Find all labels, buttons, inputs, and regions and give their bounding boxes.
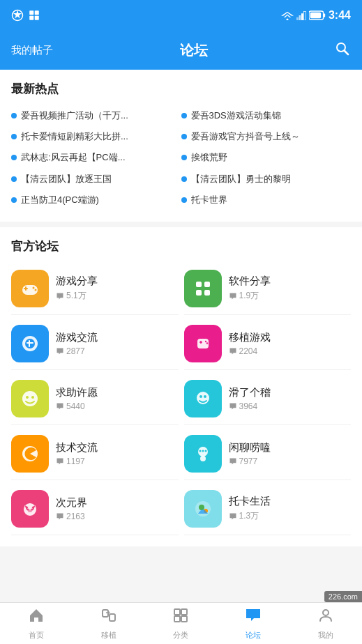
forum-name-2: 游戏交流 (56, 331, 98, 344)
svg-rect-10 (301, 13, 303, 20)
forum-icon-4 (11, 380, 49, 417)
forum-count-8: 2163 (56, 512, 87, 521)
tab-transfer[interactable]: 移植 (73, 603, 145, 644)
svg-rect-29 (27, 342, 33, 344)
forum-item-7[interactable]: 闲聊唠嗑 7977 (184, 428, 352, 480)
forum-icon-5 (184, 380, 222, 417)
svg-rect-4 (35, 16, 39, 20)
svg-point-33 (204, 341, 206, 342)
forum-item-2[interactable]: 游戏交流 2877 (11, 318, 179, 370)
forum-icon-9 (184, 490, 222, 528)
svg-rect-62 (174, 616, 180, 622)
hot-dot (11, 113, 17, 118)
search-icon[interactable] (334, 40, 351, 60)
tab-user[interactable]: 我的 (289, 603, 362, 644)
tab-category[interactable]: 分类 (145, 603, 218, 644)
forum-item-1[interactable]: 软件分享 1.9万 (184, 263, 352, 315)
svg-rect-2 (35, 10, 39, 15)
list-item[interactable]: 正当防卫4(PC端游) (11, 190, 181, 210)
svg-rect-58 (103, 610, 108, 617)
svg-point-21 (35, 289, 37, 291)
hot-item-text: 托卡爱情短剧精彩大比拼... (21, 130, 128, 143)
list-item[interactable]: 【清云团队】放逐王国 (11, 169, 181, 190)
svg-point-45 (204, 450, 206, 452)
svg-point-56 (199, 505, 204, 510)
signal-icon (296, 10, 306, 20)
svg-point-43 (199, 450, 201, 452)
hot-grid: 爱吾视频推广活动（千万... 爱吾3DS游戏活动集锦 托卡爱情短剧精彩大比拼..… (11, 105, 351, 210)
watermark: 226.com (324, 591, 362, 602)
svg-point-46 (200, 456, 206, 461)
tab-forum[interactable]: 论坛 (217, 603, 289, 644)
list-item[interactable]: 【清云团队】勇士的黎明 (181, 169, 352, 190)
hot-item-text: 【清云团队】勇士的黎明 (191, 173, 291, 185)
forum-item-6[interactable]: 技术交流 1197 (11, 428, 179, 480)
forum-item-0[interactable]: 游戏分享 5.1万 (11, 263, 179, 315)
forum-icon (245, 607, 262, 628)
svg-rect-3 (29, 16, 33, 20)
svg-rect-23 (204, 282, 210, 287)
tab-forum-label: 论坛 (246, 630, 261, 641)
forum-count-5: 3964 (229, 401, 271, 411)
home-icon (28, 607, 45, 628)
list-item[interactable]: 爱吾3DS游戏活动集锦 (181, 105, 352, 126)
status-right-icons: 3:44 (281, 9, 351, 22)
svg-marker-6 (284, 15, 292, 18)
forum-count-4: 5440 (56, 401, 98, 411)
tab-user-label: 我的 (318, 630, 333, 641)
transfer-icon (100, 607, 117, 628)
forum-name-3: 移植游戏 (229, 331, 271, 344)
svg-rect-19 (25, 286, 27, 291)
svg-point-36 (26, 396, 29, 399)
forum-item-4[interactable]: 求助许愿 5440 (11, 373, 179, 425)
hot-item-text: 挨饿荒野 (191, 151, 227, 164)
forum-icon-7 (184, 435, 222, 473)
forum-name-4: 求助许愿 (56, 386, 98, 399)
hot-section-title: 最新热点 (11, 81, 351, 97)
tab-bar: 首页 移植 分类 论坛 (0, 602, 362, 644)
list-item[interactable]: 爱吾游戏官方抖音号上线～ (181, 126, 352, 147)
user-icon (317, 607, 334, 628)
tab-home[interactable]: 首页 (0, 603, 73, 644)
forum-count-7: 7977 (229, 457, 271, 466)
nav-left-label[interactable]: 我的帖子 (11, 44, 53, 57)
forum-name-6: 技术交流 (56, 441, 98, 454)
svg-point-37 (31, 396, 34, 399)
svg-point-40 (204, 395, 206, 398)
app-icon-2 (28, 9, 40, 22)
forum-icon-6 (11, 435, 49, 473)
list-item[interactable]: 爱吾视频推广活动（千万... (11, 105, 181, 126)
hot-dot (11, 134, 17, 139)
forum-item-9[interactable]: 托卡生活 1.3万 (184, 483, 352, 535)
svg-point-44 (202, 450, 204, 452)
svg-rect-9 (299, 15, 301, 20)
nav-bar: 我的帖子 论坛 (0, 31, 362, 70)
list-item[interactable]: 挨饿荒野 (181, 147, 352, 168)
forum-item-8[interactable]: 次元界 2163 (11, 483, 179, 535)
forum-info-0: 游戏分享 5.1万 (56, 275, 98, 302)
forum-item-5[interactable]: 滑了个稽 3964 (184, 373, 352, 425)
svg-point-7 (286, 19, 288, 21)
forum-icon-0 (11, 270, 49, 307)
forum-name-5: 滑了个稽 (229, 386, 271, 399)
list-item[interactable]: 托卡爱情短剧精彩大比拼... (11, 126, 181, 147)
hot-dot (181, 197, 187, 203)
forum-item-3[interactable]: 移植游戏 2204 (184, 318, 352, 370)
forum-icon-2 (11, 325, 49, 362)
svg-rect-8 (296, 17, 299, 20)
hot-dot (11, 197, 17, 203)
svg-rect-60 (174, 609, 180, 615)
forum-icon-3 (184, 325, 222, 362)
hot-item-text: 武林志:风云再起【PC端... (21, 151, 126, 164)
list-item[interactable]: 武林志:风云再起【PC端... (11, 147, 181, 168)
list-item[interactable]: 托卡世界 (181, 190, 352, 210)
battery-icon (309, 10, 326, 20)
svg-rect-24 (196, 290, 202, 296)
svg-rect-1 (29, 10, 33, 15)
svg-rect-11 (303, 11, 306, 20)
svg-point-34 (206, 342, 207, 344)
forum-info-9: 托卡生活 1.3万 (229, 495, 271, 522)
svg-rect-59 (110, 614, 115, 621)
hot-dot (181, 176, 187, 182)
hot-dot (11, 155, 17, 160)
